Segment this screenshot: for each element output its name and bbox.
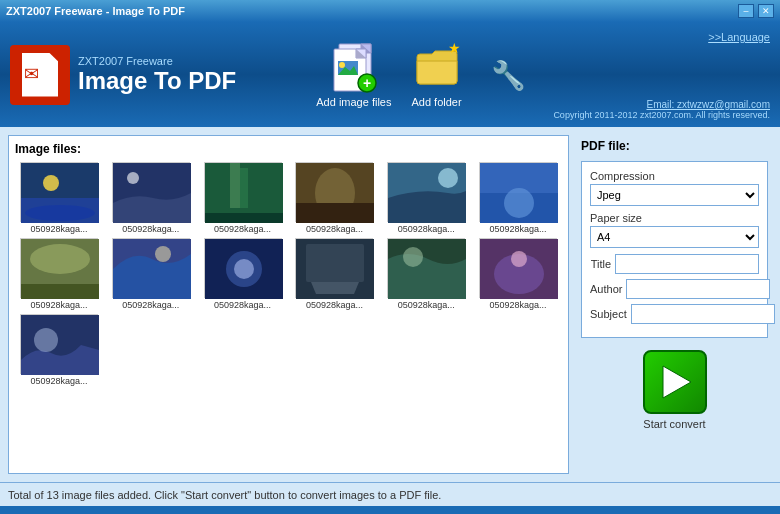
title-field-row: Title: [590, 254, 759, 274]
thumbnail: [204, 238, 282, 298]
list-item[interactable]: 050928kaga...: [382, 238, 470, 310]
convert-label: Start convert: [643, 418, 705, 430]
add-image-files-button[interactable]: + Add image files: [316, 42, 391, 108]
thumbnail: [112, 162, 190, 222]
list-item[interactable]: 050928kaga...: [291, 162, 379, 234]
thumbnail: [112, 238, 190, 298]
language-button[interactable]: >>Language: [553, 30, 770, 44]
title-bar: ZXT2007 Freeware - Image To PDF – ✕: [0, 0, 780, 22]
thumbnail: [20, 162, 98, 222]
logo-area: ZXT2007 Freeware Image To PDF: [10, 45, 236, 105]
author-field-row: Author: [590, 279, 759, 299]
image-label: 050928kaga...: [295, 300, 373, 310]
list-item[interactable]: 050928kaga...: [291, 238, 379, 310]
subject-field-label: Subject: [590, 308, 627, 320]
list-item[interactable]: 050928kaga...: [199, 162, 287, 234]
svg-point-30: [30, 244, 90, 274]
list-item[interactable]: 050928kaga...: [15, 238, 103, 310]
image-label: 050928kaga...: [204, 224, 282, 234]
extra-icon: 🔧: [482, 50, 532, 100]
svg-point-32: [155, 246, 171, 262]
image-panel: Image files: 050928kaga...: [8, 135, 569, 474]
pdf-settings-section: Compression Jpeg None Zip Paper size A4 …: [581, 161, 768, 338]
status-text: Total of 13 image files added. Click "St…: [8, 489, 441, 501]
extra-icon-button[interactable]: 🔧: [482, 50, 532, 100]
compression-field: Compression Jpeg None Zip: [590, 170, 759, 206]
copyright-text: Copyright 2011-2012 zxt2007.com. All rig…: [553, 110, 770, 120]
image-label: 050928kaga...: [479, 300, 557, 310]
list-item[interactable]: 050928kaga...: [199, 238, 287, 310]
svg-point-14: [43, 175, 59, 191]
svg-text:★: ★: [448, 40, 461, 56]
title-bar-text: ZXT2007 Freeware - Image To PDF: [6, 5, 185, 17]
image-label: 050928kaga...: [387, 224, 465, 234]
image-label: 050928kaga...: [295, 224, 373, 234]
compression-label: Compression: [590, 170, 759, 182]
list-item[interactable]: 050928kaga...: [474, 162, 562, 234]
list-item[interactable]: 050928kaga...: [107, 162, 195, 234]
header-right: >>Language Email: zxtwzwz@gmail.com Copy…: [553, 30, 770, 120]
paper-size-label: Paper size: [590, 212, 759, 224]
list-item[interactable]: 050928kaga...: [15, 314, 103, 386]
add-folder-label: Add folder: [411, 96, 461, 108]
title-field-label: Title: [590, 258, 611, 270]
minimize-button[interactable]: –: [738, 4, 754, 18]
svg-point-35: [234, 259, 254, 279]
svg-point-7: [339, 62, 345, 68]
add-folder-button[interactable]: ★ Add folder: [411, 42, 461, 108]
image-panel-title: Image files:: [15, 142, 562, 156]
list-item[interactable]: 050928kaga...: [382, 162, 470, 234]
thumbnail: [295, 162, 373, 222]
pdf-panel: PDF file: Compression Jpeg None Zip Pape…: [577, 135, 772, 474]
thumbnail: [479, 238, 557, 298]
thumbnail: [479, 162, 557, 222]
svg-rect-37: [306, 244, 364, 282]
author-input[interactable]: [626, 279, 770, 299]
thumbnail: [20, 314, 98, 374]
list-item[interactable]: 050928kaga...: [107, 238, 195, 310]
brand-line2: Image To PDF: [78, 67, 236, 95]
svg-rect-21: [240, 168, 248, 208]
compression-select[interactable]: Jpeg None Zip: [590, 184, 759, 206]
image-label: 050928kaga...: [479, 224, 557, 234]
add-folder-icon: ★: [412, 42, 462, 92]
thumbnail: [20, 238, 98, 298]
svg-point-28: [504, 188, 534, 218]
image-label: 050928kaga...: [112, 300, 190, 310]
svg-point-39: [403, 247, 423, 267]
close-button[interactable]: ✕: [758, 4, 774, 18]
svg-marker-45: [663, 366, 691, 398]
email-link[interactable]: Email: zxtwzwz@gmail.com: [553, 99, 770, 110]
image-label: 050928kaga...: [204, 300, 282, 310]
paper-size-select[interactable]: A4 A3 Letter Legal Custom: [590, 226, 759, 248]
svg-point-42: [511, 251, 527, 267]
main-content: Image files: 050928kaga...: [0, 127, 780, 482]
list-item[interactable]: 050928kaga...: [474, 238, 562, 310]
svg-point-25: [438, 168, 458, 188]
svg-point-18: [127, 172, 139, 184]
list-item[interactable]: 050928kaga...: [15, 162, 103, 234]
thumbnail: [387, 238, 465, 298]
image-label: 050928kaga...: [387, 300, 465, 310]
thumbnail: [387, 162, 465, 222]
svg-rect-20: [230, 163, 240, 208]
paper-size-field: Paper size A4 A3 Letter Legal Custom: [590, 212, 759, 248]
title-input[interactable]: [615, 254, 759, 274]
subject-input[interactable]: [631, 304, 775, 324]
image-label: 050928kaga...: [112, 224, 190, 234]
header: ZXT2007 Freeware Image To PDF: [0, 22, 780, 127]
image-grid: 050928kaga... 050928kaga...: [15, 162, 562, 386]
subject-field-row: Subject: [590, 304, 759, 324]
image-label: 050928kaga...: [20, 376, 98, 386]
add-image-files-icon: +: [329, 42, 379, 92]
image-label: 050928kaga...: [20, 224, 98, 234]
svg-text:🔧: 🔧: [491, 59, 525, 92]
svg-text:+: +: [363, 75, 371, 91]
logo-icon: [10, 45, 70, 105]
add-image-files-label: Add image files: [316, 96, 391, 108]
thumbnail: [295, 238, 373, 298]
convert-area: Start convert: [581, 350, 768, 430]
logo-text-area: ZXT2007 Freeware Image To PDF: [78, 55, 236, 95]
brand-line1: ZXT2007 Freeware: [78, 55, 236, 67]
start-convert-button[interactable]: [643, 350, 707, 414]
